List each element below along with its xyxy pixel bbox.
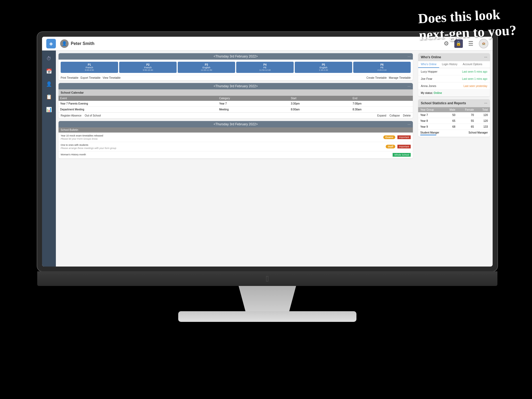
whos-online-more[interactable]: ··· xyxy=(484,55,487,59)
bulletin-status-1: Important xyxy=(397,145,411,148)
bulletin-text-2: Woman's History month xyxy=(61,153,390,156)
stats-male-2: 68 xyxy=(443,124,457,130)
imac-frame: ◈ 👤 Peter Smith ⚙ 🔒 ☰ xyxy=(37,32,497,325)
delete-btn[interactable]: Delete xyxy=(403,114,411,117)
period-p2: P2 French 9:50-10:40 xyxy=(119,62,177,73)
timetable-header: <Thursday 3rd February 2022> ··· xyxy=(59,53,413,60)
avatar: 👤 xyxy=(60,39,69,48)
bulletin-text-0: Year 10 mock exam timetables released Pl… xyxy=(61,134,381,140)
school-badge-icon: 🏫 xyxy=(482,42,485,45)
calendar-header: <Thursday 3rd February 2022> ··· xyxy=(59,83,413,89)
stats-footer: Student Manger School Manager xyxy=(418,130,490,137)
bulletin-more[interactable]: ··· xyxy=(408,122,411,126)
my-status-label: My status: xyxy=(421,92,433,94)
bulletin-main-1: One to ones with students xyxy=(61,144,384,146)
col-cat-hdr: Category xyxy=(218,96,289,101)
stats-female-2: 65 xyxy=(458,124,476,130)
period-p4: P4 PE 11:50-12:40 xyxy=(236,62,294,73)
stats-female-1: 55 xyxy=(458,118,476,124)
calendar-table: School Calendar Event Category Start End xyxy=(59,89,413,113)
event-start: 3:30pm xyxy=(289,101,351,107)
sidebar-item-timetable[interactable]: 📋 xyxy=(44,92,54,102)
bulletin-header: <Thursday 3rd February 2022> ··· xyxy=(59,121,413,127)
stats-blue-bar xyxy=(420,135,436,135)
handwritten-text: Does this look next-gen to you? xyxy=(418,5,517,44)
create-timetable-btn[interactable]: Create Timetable xyxy=(367,76,387,79)
col-end-hdr: End xyxy=(351,96,413,101)
bulletin-tag-1: Staff xyxy=(386,145,395,148)
timetable-grid: P1 French 9:00-9:50 P2 French 9:50-10:40 xyxy=(59,60,413,75)
stats-footer-right: School Manager xyxy=(468,131,488,135)
register-absence-btn[interactable]: Register Absence xyxy=(61,114,81,117)
stats-total-1: 120 xyxy=(476,118,490,124)
stats-total-2: 133 xyxy=(476,124,490,130)
stats-col-male: Male xyxy=(443,107,457,112)
bulletin-status-0: Important xyxy=(397,135,411,139)
left-panel: <Thursday 3rd February 2022> ··· P1 Fren… xyxy=(56,51,415,267)
stats-widget: School Statistics and Reports ··· Year G… xyxy=(418,99,490,137)
scene: Does this look next-gen to you? ◈ 👤 xyxy=(0,0,532,399)
timetable-more[interactable]: ··· xyxy=(408,54,411,59)
user-name: Peter Smith xyxy=(71,41,94,46)
bulletin-date: <Thursday 3rd February 2022> xyxy=(214,122,258,126)
app-logo: ◈ xyxy=(46,39,56,48)
export-timetable-btn[interactable]: Export Timetable xyxy=(81,76,101,79)
bulletin-text-1: One to ones with students Please arrange… xyxy=(61,144,384,149)
sidebar-item-dashboard[interactable]: ⏱ xyxy=(44,53,54,64)
tab-account-options[interactable]: Account Options xyxy=(460,61,485,68)
calendar-date: <Thursday 3rd February 2022> xyxy=(214,84,258,88)
table-row: Department Meeting Meeting 8:00am 8:30am xyxy=(59,107,413,113)
sidebar-item-calendar[interactable]: 📅 xyxy=(44,66,54,77)
right-panel: Who's Online ··· Who's Online Login Hist… xyxy=(415,51,493,267)
bulletin-tag-0: Exams xyxy=(383,135,395,139)
logo-icon: ◈ xyxy=(49,41,53,47)
stats-row-0: Year 7 50 70 120 xyxy=(418,112,490,118)
calendar-widget: <Thursday 3rd February 2022> ··· School … xyxy=(59,83,413,118)
period-p5: P5 English 1:30-2:20 xyxy=(295,62,352,73)
online-user-status-0: Last seen 5 mins ago xyxy=(462,70,487,73)
expand-btn[interactable]: Expand xyxy=(377,114,386,117)
tab-login-history[interactable]: Login History xyxy=(439,61,460,68)
bulletin-item-0: Year 10 mock exam timetables released Pl… xyxy=(59,133,413,142)
stats-row-1: Year 8 65 55 120 xyxy=(418,118,490,124)
my-status-row: My status: Online xyxy=(418,90,490,97)
col-event-hdr: Event xyxy=(59,96,218,101)
online-user-0: Lucy Hopper Last seen 5 mins ago xyxy=(418,68,490,75)
stats-total-0: 120 xyxy=(476,112,490,118)
bulletin-sub-0: Please let your Form Groups know. xyxy=(61,138,381,140)
out-of-school-btn[interactable]: Out of School xyxy=(85,114,101,117)
sidebar-item-user[interactable]: 👤 xyxy=(44,79,54,89)
event-start: 8:00am xyxy=(289,107,351,113)
view-timetable-btn[interactable]: View Timetable xyxy=(103,76,121,79)
stats-more[interactable]: ··· xyxy=(484,101,487,105)
bulletin-sub-1: Please arrange these meetings with your … xyxy=(61,147,384,149)
stats-male-1: 65 xyxy=(443,118,457,124)
sidebar-item-reports[interactable]: 📊 xyxy=(44,104,54,115)
table-row: Year 7 Parents Evening Year 7 3:30pm 7:0… xyxy=(59,101,413,107)
whos-online-widget: Who's Online ··· Who's Online Login Hist… xyxy=(418,53,490,97)
online-user-name-1: Joe Fear xyxy=(421,77,462,80)
tab-whos-online[interactable]: Who's Online xyxy=(418,61,439,68)
sidebar: ⏱ 📅 👤 📋 📊 xyxy=(42,51,56,267)
event-cat: Meeting xyxy=(218,107,289,113)
manage-timetable-btn[interactable]: Manage Timetable xyxy=(389,76,411,79)
avatar-icon: 👤 xyxy=(62,41,67,46)
stats-year-0: Year 7 xyxy=(418,112,443,118)
whos-online-title: Who's Online xyxy=(421,55,441,59)
period-p1: P1 French 9:00-9:50 xyxy=(61,62,118,73)
calendar-more[interactable]: ··· xyxy=(408,84,411,88)
collapse-btn[interactable]: Collapse xyxy=(389,114,400,117)
print-timetable-btn[interactable]: Print Timetable xyxy=(61,76,78,79)
online-user-status-2: Last seen yesterday xyxy=(464,85,488,88)
my-status-value: Online xyxy=(434,92,442,94)
calendar-actions: Register Absence Out of School Expand Co… xyxy=(59,113,413,118)
col-event: School Calendar xyxy=(59,89,413,96)
stats-title: School Statistics and Reports xyxy=(421,101,466,105)
app-ui: ◈ 👤 Peter Smith ⚙ 🔒 ☰ xyxy=(42,37,493,267)
event-end: 7:00pm xyxy=(351,101,413,107)
online-user-name-0: Lucy Hopper xyxy=(421,70,462,73)
online-user-2: Anna Jones Last seen yesterday xyxy=(418,82,490,90)
imac-base xyxy=(178,311,356,322)
stats-year-2: Year 9 xyxy=(418,124,443,130)
whos-online-header: Who's Online ··· xyxy=(418,53,490,61)
